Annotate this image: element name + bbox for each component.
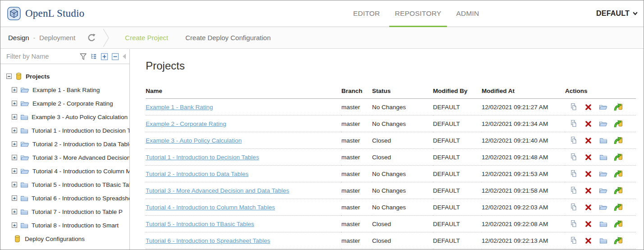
expand-node-icon[interactable]: + [12,141,17,147]
expand-node-icon[interactable]: + [12,195,17,201]
create-project-button[interactable]: Create Project [125,34,168,42]
tree-item-project[interactable]: + Tutorial 3 - More Advanced Decision an… [0,151,129,164]
tree-item-project[interactable]: + Tutorial 8 - Introduction to Smart [0,218,129,232]
nav-tab-editor[interactable]: EDITOR [348,0,385,27]
tree-view-icon[interactable] [90,53,97,60]
filter-by-name-input[interactable] [6,53,79,60]
deploy-icon[interactable] [614,136,622,145]
project-link[interactable]: Tutorial 5 - Introduction to TBasic Tabl… [146,221,254,227]
deploy-icon[interactable] [614,220,622,228]
tree-item-project[interactable]: + Example 2 - Corporate Rating [0,97,129,110]
tree-item-project[interactable]: + Tutorial 5 - Introduction to TBasic Ta… [0,178,129,191]
nav-tab-label: ADMIN [456,9,479,18]
copy-icon[interactable] [569,220,578,228]
deploy-icon[interactable] [614,103,622,111]
project-link[interactable]: Tutorial 3 - More Advanced Decision and … [146,187,289,194]
project-link[interactable]: Example 3 - Auto Policy Calculation [146,137,242,144]
project-link[interactable]: Example 2 - Corporate Rating [146,120,226,127]
folder-icon[interactable] [599,103,607,111]
modified-by-cell: DEFAULT [433,182,482,199]
folder-icon[interactable] [599,154,607,161]
delete-icon[interactable] [584,120,593,127]
tree-root-projects[interactable]: − Projects [0,69,129,83]
copy-icon[interactable] [569,236,578,245]
expand-node-icon[interactable]: + [12,114,17,120]
projects-table: Name Branch Status Modified By Modified … [146,88,636,249]
deploy-icon[interactable] [614,203,622,212]
open-folder-icon [20,167,29,175]
filter-icon[interactable] [79,53,87,60]
delete-icon[interactable] [584,237,593,244]
deploy-icon[interactable] [614,120,622,128]
column-header-modified-at: Modified At [482,88,565,99]
tree-item-project[interactable]: + Example 1 - Bank Rating [0,83,129,97]
tree-root-deploy-configurations[interactable]: Deploy Configurations [0,232,129,245]
branch-cell: master [341,166,372,182]
folder-icon[interactable] [599,204,607,211]
expand-node-icon[interactable]: + [12,155,17,160]
nav-tab-admin[interactable]: ADMIN [451,0,485,27]
copy-icon[interactable] [569,170,578,178]
copy-icon[interactable] [569,186,578,194]
tree-item-project[interactable]: + Tutorial 1 - Introduction to Decision … [0,124,129,137]
deploy-icon[interactable] [614,170,622,178]
folder-icon[interactable] [599,221,607,227]
expand-node-icon[interactable]: + [12,168,17,174]
nav-tab-label: EDITOR [353,9,380,18]
modified-by-cell: DEFAULT [433,216,482,232]
tree-item-project[interactable]: + Example 3 - Auto Policy Calculation [0,110,129,124]
folder-icon[interactable] [599,170,607,177]
project-link[interactable]: Tutorial 4 - Introduction to Column Matc… [146,204,275,211]
delete-icon[interactable] [584,154,593,161]
deploy-icon[interactable] [614,236,622,245]
delete-icon[interactable] [584,137,593,144]
copy-icon[interactable] [569,136,578,144]
copy-icon[interactable] [569,203,578,211]
project-link[interactable]: Example 1 - Bank Rating [146,104,213,111]
repository-main-panel: Projects Name Branch Status Modified By … [130,49,644,250]
tree-item-project[interactable]: + Tutorial 4 - Introduction to Column Ma… [0,164,129,178]
app-logo[interactable]: OpenL Studio [7,0,84,27]
delete-icon[interactable] [584,171,593,177]
expand-node-icon[interactable]: + [12,209,17,214]
tree-item-label: Example 3 - Auto Policy Calculation [32,114,128,120]
table-row: Example 1 - Bank Rating master No Change… [146,99,636,116]
tree-root-label: Deploy Configurations [25,236,85,242]
expand-node-icon[interactable]: + [12,182,17,187]
copy-icon[interactable] [569,103,578,111]
deploy-icon[interactable] [614,186,622,195]
refresh-button[interactable] [87,33,97,42]
copy-icon[interactable] [569,120,578,128]
user-menu-button[interactable]: DEFAULT [596,0,638,27]
delete-icon[interactable] [584,204,593,211]
folder-icon[interactable] [599,187,607,194]
expand-node-icon[interactable]: + [12,222,17,228]
folder-icon[interactable] [599,120,607,127]
folder-icon[interactable] [599,137,607,144]
delete-icon[interactable] [584,104,593,111]
tree-item-project[interactable]: + Tutorial 6 - Introduction to Spreadshe… [0,191,129,205]
tree-item-project[interactable]: + Tutorial 2 - Introduction to Data Tabl… [0,137,129,151]
breadcrumb-deployment[interactable]: Deployment [39,34,75,42]
tree-item-label: Tutorial 7 - Introduction to Table P [32,208,123,215]
delete-icon[interactable] [584,221,593,227]
delete-icon[interactable] [584,187,593,194]
project-link[interactable]: Tutorial 6 - Introduction to Spreadsheet… [146,237,270,244]
project-link[interactable]: Tutorial 2 - Introduction to Data Tables [146,171,248,177]
breadcrumb-design[interactable]: Design [8,34,29,42]
expand-node-icon[interactable]: + [12,101,17,106]
project-link[interactable]: Tutorial 1 - Introduction to Decision Ta… [146,154,259,161]
tree-item-project[interactable]: + Tutorial 7 - Introduction to Table P [0,205,129,218]
expand-node-icon[interactable]: + [12,128,17,133]
collapse-all-icon[interactable] [111,53,119,60]
collapse-node-icon[interactable]: − [6,74,12,79]
nav-tab-repository[interactable]: REPOSITORY [389,0,446,27]
deploy-icon[interactable] [614,153,622,162]
expand-all-icon[interactable] [101,53,108,60]
collapse-panel-icon[interactable] [122,53,126,60]
create-deploy-configuration-button[interactable]: Create Deploy Configuration [185,34,271,42]
copy-icon[interactable] [569,153,578,161]
folder-icon[interactable] [599,237,607,244]
closed-folder-icon [599,237,607,244]
expand-node-icon[interactable]: + [12,87,17,93]
